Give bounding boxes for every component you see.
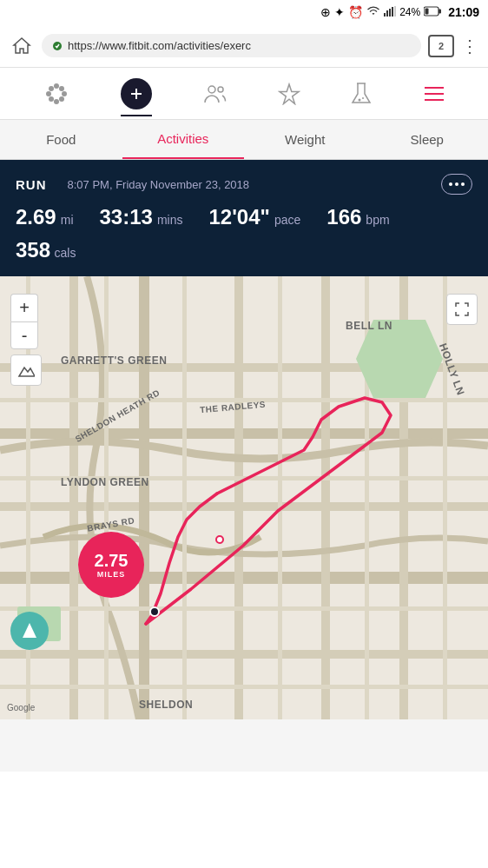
garretts-green-label: GARRETT'S GREEN — [61, 354, 167, 367]
svg-point-11 — [62, 91, 67, 96]
tab-bar: Food Activities Weight Sleep — [0, 120, 488, 160]
url-box[interactable]: https://www.fitbit.com/activities/exerc — [42, 34, 421, 57]
add-icon[interactable] — [121, 78, 152, 109]
menu-icon[interactable] — [423, 84, 445, 103]
nav-icons-bar — [0, 68, 488, 120]
distance-value: 2.69 — [16, 205, 56, 229]
wifi-icon — [366, 6, 380, 19]
svg-point-14 — [49, 96, 54, 102]
alarm-icon: ⏰ — [348, 5, 363, 19]
activity-more-button[interactable] — [441, 174, 472, 195]
food-tab[interactable]: Food — [0, 120, 122, 159]
sync-icon: ⊕ — [320, 5, 331, 19]
fitbit-logo-icon[interactable] — [43, 80, 70, 108]
svg-point-12 — [59, 96, 64, 102]
svg-rect-3 — [392, 7, 393, 17]
sleep-tab[interactable]: Sleep — [366, 120, 489, 159]
calories-stat: 358 cals — [16, 238, 472, 262]
miles-badge: 2.75 MILES — [78, 532, 144, 598]
activity-header: RUN 8:07 PM, Friday November 23, 2018 2.… — [0, 160, 488, 276]
favorites-star-icon[interactable] — [278, 83, 300, 105]
map-expand-button[interactable] — [446, 294, 478, 325]
status-time: 21:09 — [448, 5, 479, 19]
pace-value: 12'04" — [208, 205, 269, 229]
svg-point-18 — [218, 87, 223, 92]
svg-point-16 — [49, 86, 54, 91]
pace-stat: 12'04" pace — [208, 205, 300, 229]
heart-rate-unit: bpm — [366, 213, 389, 227]
pace-unit: pace — [274, 213, 300, 227]
svg-point-17 — [208, 86, 215, 93]
page-bottom — [0, 719, 488, 772]
svg-rect-4 — [394, 6, 396, 17]
activity-stats: 2.69 mi 33:13 mins 12'04" pace 166 bpm — [16, 205, 472, 229]
url-text: https://www.fitbit.com/activities/exerc — [68, 39, 251, 52]
calories-value: 358 — [16, 238, 50, 262]
svg-point-10 — [59, 86, 64, 91]
map-elevation-button[interactable] — [10, 354, 42, 386]
signal-icon — [384, 6, 396, 19]
heart-rate-value: 166 — [326, 205, 361, 229]
svg-rect-0 — [384, 13, 386, 17]
battery-icon — [424, 6, 441, 19]
activities-tab[interactable]: Activities — [122, 120, 245, 159]
zoom-out-button[interactable]: - — [10, 321, 38, 349]
route-start-dot — [149, 606, 160, 617]
status-bar: ⊕ ✦ ⏰ 24% 21:09 — [0, 0, 488, 24]
bluetooth-icon: ✦ — [334, 5, 345, 19]
heart-rate-stat: 166 bpm — [326, 205, 389, 229]
weight-tab[interactable]: Weight — [244, 120, 366, 159]
sheldon-label: SHELDON — [139, 699, 193, 711]
route-mid-dot — [215, 535, 224, 544]
svg-point-19 — [359, 98, 361, 101]
duration-stat: 33:13 mins — [100, 205, 183, 229]
svg-point-9 — [54, 83, 59, 89]
tab-count-button[interactable]: 2 — [428, 35, 454, 57]
zoom-in-button[interactable]: + — [10, 294, 38, 321]
duration-value: 33:13 — [100, 205, 153, 229]
distance-stat: 2.69 mi — [16, 205, 74, 229]
activity-type: RUN — [16, 177, 47, 192]
miles-value: 2.75 — [95, 551, 129, 570]
map-zoom-controls: + - — [10, 294, 38, 349]
friends-icon[interactable] — [203, 83, 228, 104]
run-route — [0, 276, 488, 719]
map-container: Bell Ln Holly Ln GARRETT'S GREEN LYNDON … — [0, 276, 488, 719]
browser-more-button[interactable]: ⋮ — [461, 36, 479, 56]
activity-date: 8:07 PM, Friday November 23, 2018 — [68, 178, 250, 191]
labs-flask-icon[interactable] — [351, 82, 372, 106]
svg-rect-6 — [439, 9, 441, 13]
home-button[interactable] — [9, 36, 35, 56]
distance-unit: mi — [61, 213, 74, 227]
battery-percent: 24% — [399, 6, 420, 18]
lyndon-green-label: LYNDON GREEN — [61, 476, 149, 488]
svg-rect-7 — [425, 8, 429, 14]
svg-point-13 — [54, 99, 59, 104]
svg-point-20 — [362, 97, 364, 99]
miles-label: MILES — [97, 570, 126, 579]
svg-rect-1 — [386, 10, 388, 17]
google-watermark: Google — [7, 703, 35, 712]
address-bar: https://www.fitbit.com/activities/exerc … — [0, 24, 488, 68]
calories-unit: cals — [55, 246, 76, 260]
duration-unit: mins — [157, 213, 183, 227]
svg-rect-2 — [389, 9, 391, 17]
bell-ln-label: Bell Ln — [346, 320, 392, 332]
fitbit-app-logo-button[interactable] — [10, 612, 49, 650]
svg-point-15 — [46, 91, 51, 96]
